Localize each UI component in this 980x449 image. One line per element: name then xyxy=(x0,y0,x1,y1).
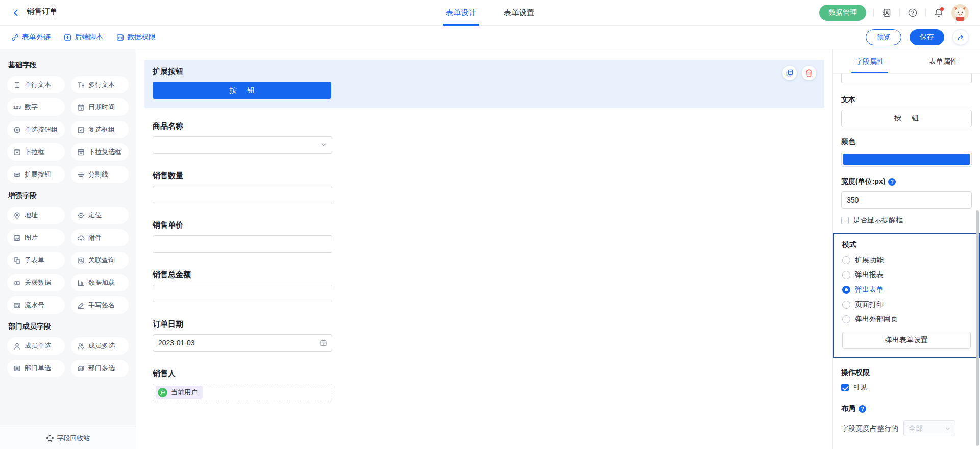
popup-form-settings-button[interactable]: 弹出表单设置 xyxy=(842,332,971,349)
field-product-name[interactable]: 商品名称 xyxy=(153,121,816,154)
save-button[interactable]: 保存 xyxy=(910,29,944,45)
field-sales-total[interactable]: 销售总金额 xyxy=(153,270,816,302)
sales-quantity-input[interactable] xyxy=(153,186,332,203)
field-item-radio-group[interactable]: 单选按钮组 xyxy=(7,121,65,138)
sales-total-input[interactable] xyxy=(153,285,332,302)
member-multi-icon xyxy=(77,342,85,350)
order-date-input[interactable]: 2023-01-03 xyxy=(153,334,332,352)
field-library-sidebar: 基础字段 单行文本 多行文本 123 数字 xyxy=(0,49,136,449)
selected-field-extend-button[interactable]: 扩展按钮 按 钮 xyxy=(144,60,824,108)
product-name-select[interactable] xyxy=(153,136,332,154)
layout-help-icon[interactable]: ? xyxy=(859,405,866,413)
current-user-tag[interactable]: 户 当前用户 xyxy=(156,386,203,399)
contacts-icon[interactable] xyxy=(881,7,892,18)
mode-option-popup-form[interactable]: 弹出表单 xyxy=(842,285,971,294)
link-data-icon xyxy=(13,279,21,287)
width-input[interactable]: 350 xyxy=(841,191,972,209)
tab-form-design[interactable]: 表单设计 xyxy=(446,0,476,26)
form-toolbar: 表单外链 后端脚本 数据权限 预览 保存 xyxy=(0,26,980,49)
field-width-select[interactable]: 全部 xyxy=(903,420,955,436)
extend-button-preview[interactable]: 按 钮 xyxy=(153,82,331,99)
field-item-number[interactable]: 123 数字 xyxy=(7,98,65,116)
field-item-locate[interactable]: 定位 xyxy=(71,207,129,224)
field-item-checkbox-group[interactable]: 复选框组 xyxy=(71,121,129,138)
backend-script-link[interactable]: 后端脚本 xyxy=(64,33,103,42)
field-item-single-line-text[interactable]: 单行文本 xyxy=(7,76,65,93)
field-item-link-data[interactable]: 关联数据 xyxy=(7,274,65,291)
field-item-dropdown[interactable]: 下拉框 xyxy=(7,143,65,161)
field-recycle-bin[interactable]: 字段回收站 xyxy=(0,427,136,449)
mode-option-page-print[interactable]: 页面打印 xyxy=(842,300,971,309)
user-avatar[interactable] xyxy=(951,4,969,21)
field-item-divider[interactable]: 分割线 xyxy=(71,166,129,183)
form-external-link[interactable]: 表单外链 xyxy=(11,33,51,42)
delete-field-button[interactable] xyxy=(802,66,816,80)
layout-section-title: 布局 xyxy=(841,404,855,413)
mode-option-popup-report[interactable]: 弹出报表 xyxy=(842,270,971,280)
field-item-address[interactable]: 地址 xyxy=(7,207,65,224)
tab-form-properties[interactable]: 表单属性 xyxy=(906,49,980,73)
link-query-icon xyxy=(77,257,85,264)
field-item-subform[interactable]: 子表单 xyxy=(7,252,65,269)
field-item-signature[interactable]: 手写签名 xyxy=(71,296,129,314)
tab-field-properties[interactable]: 字段属性 xyxy=(833,49,906,73)
radio-off-icon[interactable] xyxy=(842,256,850,264)
panel-scrollbar[interactable] xyxy=(976,210,979,446)
chevron-down-icon xyxy=(945,426,951,432)
sales-unit-price-input[interactable] xyxy=(153,235,332,253)
multi-line-text-icon xyxy=(77,81,85,89)
field-item-image[interactable]: 图片 xyxy=(7,229,65,246)
field-item-extend-button[interactable]: 扩展按钮 xyxy=(7,166,65,183)
radio-off-icon[interactable] xyxy=(842,301,850,309)
back-icon[interactable] xyxy=(11,8,20,17)
radio-off-icon[interactable] xyxy=(842,315,850,323)
clipped-input[interactable] xyxy=(841,74,972,83)
color-swatch[interactable] xyxy=(843,154,970,165)
field-item-member-single[interactable]: 成员单选 xyxy=(7,337,65,355)
mode-option-popup-external-page[interactable]: 弹出外部网页 xyxy=(842,315,971,324)
data-manage-button[interactable]: 数据管理 xyxy=(819,5,866,21)
preview-button[interactable]: 预览 xyxy=(866,29,901,45)
button-text-input[interactable]: 按 钮 xyxy=(841,110,972,127)
copy-field-button[interactable] xyxy=(782,66,797,80)
dept-multi-icon xyxy=(77,365,85,372)
visible-checkbox-row[interactable]: 可见 xyxy=(841,383,972,392)
header-tabs: 表单设计 表单设置 xyxy=(446,0,534,26)
help-icon[interactable] xyxy=(907,7,918,18)
field-item-link-query[interactable]: 关联查询 xyxy=(71,252,129,269)
field-item-dept-single[interactable]: 部门单选 xyxy=(7,360,65,377)
radio-off-icon[interactable] xyxy=(842,271,850,279)
mode-option-extend-function[interactable]: 扩展功能 xyxy=(842,256,971,265)
show-reminder-checkbox-row[interactable]: 是否显示提醒框 xyxy=(841,216,972,225)
color-picker[interactable] xyxy=(841,152,972,167)
salesperson-picker[interactable]: 户 当前用户 xyxy=(153,384,332,401)
width-help-icon[interactable]: ? xyxy=(888,178,896,186)
data-permission-link[interactable]: 数据权限 xyxy=(116,33,156,42)
field-item-member-multi[interactable]: 成员多选 xyxy=(71,337,129,355)
checkbox-unchecked-icon[interactable] xyxy=(841,217,849,224)
radio-on-icon[interactable] xyxy=(842,286,850,294)
divider-icon xyxy=(77,171,85,179)
field-item-dropdown-multi[interactable]: 下拉复选框 xyxy=(71,143,129,161)
field-label: 扩展按钮 xyxy=(153,67,816,77)
share-icon xyxy=(957,33,965,41)
notification-bell-icon[interactable] xyxy=(933,7,944,18)
field-item-attachment[interactable]: 附件 xyxy=(71,229,129,246)
field-item-dept-multi[interactable]: 部门多选 xyxy=(71,360,129,377)
checkbox-checked-icon[interactable] xyxy=(841,384,849,391)
dropdown-multi-icon xyxy=(77,148,85,156)
share-button[interactable] xyxy=(952,29,969,45)
field-order-date[interactable]: 订单日期 2023-01-03 xyxy=(153,319,816,352)
attachment-icon xyxy=(77,234,85,242)
top-header: 销售订单 表单设计 表单设置 数据管理 xyxy=(0,0,980,26)
field-item-data-load[interactable]: 数据加载 xyxy=(71,274,129,291)
field-sales-quantity[interactable]: 销售数量 xyxy=(153,171,816,203)
field-salesperson[interactable]: 销售人 户 当前用户 xyxy=(153,369,816,401)
field-item-serial-number[interactable]: 流水号 xyxy=(7,296,65,314)
field-sales-unit-price[interactable]: 销售单价 xyxy=(153,220,816,253)
form-title[interactable]: 销售订单 xyxy=(27,7,57,18)
tab-form-settings[interactable]: 表单设置 xyxy=(504,0,534,26)
permission-section-title: 操作权限 xyxy=(841,368,972,378)
field-item-multi-line-text[interactable]: 多行文本 xyxy=(71,76,129,93)
field-item-datetime[interactable]: 日期时间 xyxy=(71,98,129,116)
